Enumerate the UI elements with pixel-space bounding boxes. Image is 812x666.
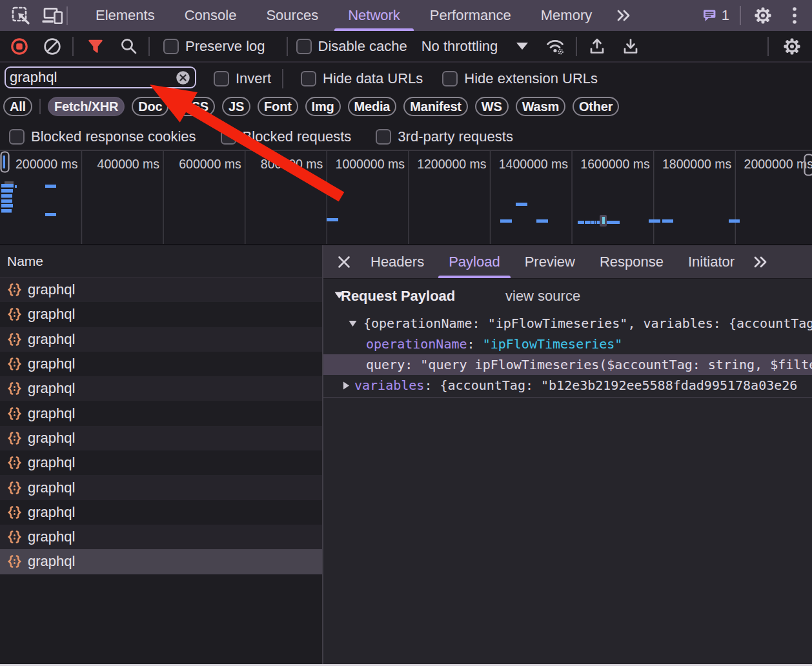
filter-chip-fetch-xhr[interactable]: Fetch/XHR bbox=[48, 97, 125, 116]
svg-text:200000 ms: 200000 ms bbox=[15, 157, 78, 171]
search-button[interactable] bbox=[117, 35, 139, 57]
invert-label: Invert bbox=[236, 70, 271, 87]
request-row[interactable]: graphql bbox=[0, 475, 322, 500]
import-har-button[interactable] bbox=[586, 35, 608, 57]
request-payload-section-header[interactable]: Request Payload view source bbox=[323, 279, 812, 313]
main-tab-console[interactable]: Console bbox=[170, 0, 252, 31]
filter-input[interactable]: graphql bbox=[5, 66, 196, 88]
request-row[interactable]: graphql bbox=[0, 352, 322, 376]
settings-button[interactable] bbox=[753, 3, 773, 28]
filter-chip-doc[interactable]: Doc bbox=[132, 97, 168, 116]
hide-extension-urls-checkbox[interactable] bbox=[442, 71, 458, 86]
section-title: Request Payload bbox=[341, 288, 455, 305]
filter-chip-manifest[interactable]: Manifest bbox=[403, 97, 468, 116]
issues-button[interactable]: 1 bbox=[702, 7, 729, 24]
request-row[interactable]: graphql bbox=[0, 525, 322, 549]
hide-data-urls-checkbox[interactable] bbox=[301, 71, 316, 86]
resource-type-filter-chips: AllFetch/XHRDocCSSJSFontImgMediaManifest… bbox=[0, 94, 812, 124]
dropdown-caret-icon bbox=[516, 43, 528, 50]
inspect-element-button[interactable] bbox=[12, 6, 30, 25]
detail-tabbar: HeadersPayloadPreviewResponseInitiator bbox=[323, 245, 812, 279]
expanded-triangle-icon[interactable] bbox=[349, 319, 357, 328]
main-tab-sources[interactable]: Sources bbox=[251, 0, 333, 31]
request-row[interactable]: graphql bbox=[0, 376, 322, 401]
payload-row-variables[interactable]: variables: {accountTag: "b12e3b2192ee558… bbox=[323, 375, 812, 396]
request-row[interactable]: graphql bbox=[0, 401, 322, 425]
request-row[interactable]: graphql bbox=[0, 500, 322, 525]
request-row[interactable]: graphql bbox=[0, 549, 322, 574]
payload-text: {accountTag: "b12e3b2192ee5588fdad995178… bbox=[440, 378, 797, 393]
detail-tab-response[interactable]: Response bbox=[587, 245, 676, 278]
request-row[interactable]: graphql bbox=[0, 302, 322, 327]
blocked-requests-checkbox[interactable] bbox=[221, 129, 236, 145]
detail-tab-initiator[interactable]: Initiator bbox=[676, 245, 747, 278]
filter-chip-other[interactable]: Other bbox=[573, 97, 619, 116]
filter-button[interactable] bbox=[85, 35, 107, 57]
throttling-select[interactable]: No throttling bbox=[421, 38, 529, 55]
record-network-log-button[interactable] bbox=[8, 35, 30, 57]
request-name: graphql bbox=[28, 479, 75, 496]
toolbar-separator bbox=[767, 37, 769, 56]
svg-text:400000 ms: 400000 ms bbox=[97, 157, 160, 171]
detail-tab-preview[interactable]: Preview bbox=[513, 245, 587, 278]
invert-checkbox[interactable] bbox=[214, 71, 229, 86]
filter-chip-all[interactable]: All bbox=[3, 97, 32, 116]
clear-network-log-button[interactable] bbox=[41, 35, 63, 57]
filter-chip-img[interactable]: Img bbox=[305, 97, 341, 116]
blocked-response-cookies-checkbox[interactable] bbox=[9, 129, 25, 145]
3rd-party-requests-checkbox[interactable] bbox=[376, 129, 391, 145]
disable-cache-option: Disable cache bbox=[296, 38, 407, 55]
overview-canvas: 200000 ms400000 ms600000 ms800000 ms1000… bbox=[0, 151, 812, 244]
filter-chip-ws[interactable]: WS bbox=[475, 97, 509, 116]
export-har-button[interactable] bbox=[620, 35, 642, 57]
network-overview-timeline[interactable]: 200000 ms400000 ms600000 ms800000 ms1000… bbox=[0, 150, 812, 244]
request-name: graphql bbox=[28, 331, 75, 348]
collapsed-triangle-icon[interactable] bbox=[342, 381, 350, 390]
filter-chip-wasm[interactable]: Wasm bbox=[516, 97, 565, 116]
hide-extension-urls-label: Hide extension URLs bbox=[464, 70, 598, 87]
main-tab-elements[interactable]: Elements bbox=[81, 0, 170, 31]
preserve-log-checkbox[interactable] bbox=[163, 39, 179, 54]
filter-chip-media[interactable]: Media bbox=[348, 97, 397, 116]
preserve-log-option: Preserve log bbox=[163, 38, 265, 55]
request-name: graphql bbox=[28, 281, 75, 298]
payload-text: "query ipFlowTimeseries($accountTag: str… bbox=[420, 357, 812, 372]
customize-devtools-button[interactable] bbox=[792, 3, 797, 28]
detail-tab-headers[interactable]: Headers bbox=[358, 245, 436, 278]
main-tab-network[interactable]: Network bbox=[333, 0, 415, 31]
json-braces-icon bbox=[8, 530, 21, 544]
network-conditions-icon bbox=[546, 37, 566, 56]
blocked-option: Blocked requests bbox=[221, 128, 352, 145]
network-main-area: Name graphqlgraphqlgraphqlgraphqlgraphql… bbox=[0, 244, 812, 666]
requests-column-header[interactable]: Name bbox=[0, 245, 322, 278]
request-row[interactable]: graphql bbox=[0, 450, 322, 475]
request-row[interactable]: graphql bbox=[0, 327, 322, 352]
payload-row-query[interactable]: query: "query ipFlowTimeseries($accountT… bbox=[323, 354, 812, 375]
clear-filter-icon[interactable] bbox=[176, 70, 190, 85]
payload-row-operationName[interactable]: operationName: "ipFlowTimeseries" bbox=[323, 334, 812, 354]
filter-chip-font[interactable]: Font bbox=[258, 97, 298, 116]
view-source-link[interactable]: view source bbox=[505, 288, 580, 305]
toggle-device-toolbar-button[interactable] bbox=[42, 8, 63, 24]
payload-preview-row[interactable]: {operationName: "ipFlowTimeseries", vari… bbox=[323, 313, 812, 334]
network-settings-button[interactable] bbox=[778, 35, 806, 57]
more-tabs-button[interactable] bbox=[607, 0, 640, 31]
svg-text:600000 ms: 600000 ms bbox=[179, 157, 241, 171]
request-row[interactable]: graphql bbox=[0, 426, 322, 450]
hide-data-urls-label: Hide data URLs bbox=[323, 70, 423, 87]
network-filter-row: graphql Invert Hide data URLs Hide exten… bbox=[0, 63, 812, 94]
main-tab-performance[interactable]: Performance bbox=[415, 0, 526, 31]
request-name: graphql bbox=[28, 430, 75, 447]
section-divider bbox=[323, 397, 812, 398]
filter-chip-js[interactable]: JS bbox=[222, 97, 250, 116]
disable-cache-checkbox[interactable] bbox=[296, 39, 312, 54]
inspect-icon bbox=[12, 6, 30, 25]
filter-chip-css[interactable]: CSS bbox=[176, 97, 215, 116]
json-braces-icon bbox=[8, 407, 21, 421]
main-tab-memory[interactable]: Memory bbox=[526, 0, 607, 31]
close-detail-button[interactable] bbox=[330, 248, 358, 276]
network-conditions-button[interactable] bbox=[545, 35, 567, 57]
request-row[interactable]: graphql bbox=[0, 278, 322, 302]
more-detail-tabs-button[interactable] bbox=[747, 256, 775, 268]
detail-tab-payload[interactable]: Payload bbox=[436, 245, 513, 278]
